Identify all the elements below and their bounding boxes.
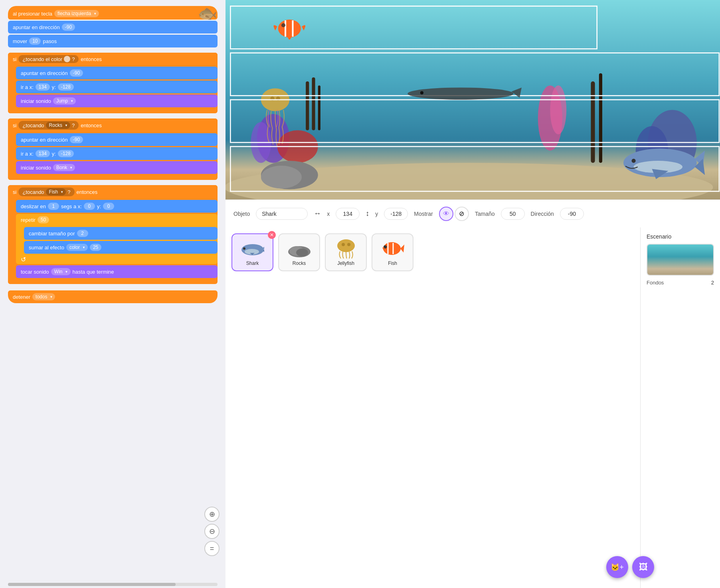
scenario-thumbnail[interactable]: [647, 244, 714, 276]
direccion-value[interactable]: -90: [560, 208, 584, 220]
touching-color-condition[interactable]: ¿tocando el color ?: [18, 55, 79, 63]
block-group-movement: al presionar tecla flecha izquierda apun…: [8, 6, 218, 47]
add-sprite-icon: 🐱+: [611, 563, 624, 572]
repeat-arrow: ↺: [16, 255, 218, 264]
y-axis-icon: ↕: [366, 209, 369, 218]
repeat-value[interactable]: 50: [38, 216, 49, 223]
block-move[interactable]: mover 10 pasos: [8, 35, 218, 47]
tamano-label: Tamaño: [475, 211, 495, 217]
stop-dropdown[interactable]: todos: [32, 293, 55, 300]
block-goto-2[interactable]: ir a x: 134 y: -128: [16, 147, 218, 160]
sprite-name-input[interactable]: [256, 208, 308, 220]
zoom-in-button[interactable]: ⊕: [204, 507, 220, 522]
block-change-size[interactable]: cambiar tamaño por 2: [24, 227, 218, 240]
sound-dropdown-2[interactable]: Bonk: [53, 164, 75, 171]
direction-value-1[interactable]: -90: [62, 24, 75, 31]
block-glide[interactable]: deslizar en 1 segs a x: 0 y: 0: [16, 200, 218, 213]
show-toggle-group: 👁 ⊘: [439, 207, 469, 221]
effect-value[interactable]: 25: [90, 244, 101, 251]
zoom-in-icon: ⊕: [209, 510, 215, 519]
add-scene-button[interactable]: 🖼: [632, 556, 654, 578]
block-play-sound-until-done[interactable]: tocar sonido Win hasta que termine: [16, 265, 218, 278]
size-value[interactable]: 2: [77, 230, 88, 237]
goto-y-1[interactable]: -128: [58, 83, 74, 91]
svg-rect-5: [318, 85, 320, 130]
sprite-item-jellyfish[interactable]: Jellyfish: [325, 233, 367, 271]
fondos-row: Fondos 2: [647, 280, 714, 286]
sound-dropdown-3[interactable]: Win: [51, 268, 71, 275]
glide-y[interactable]: 0: [103, 203, 114, 210]
if-footer-color: [8, 109, 24, 113]
if-header-fish[interactable]: si ¿tocando Fish ? entonces: [8, 185, 218, 199]
glide-secs[interactable]: 1: [48, 203, 59, 210]
sprite-list: ✕ Shark: [225, 227, 640, 588]
block-key-press[interactable]: al presionar tecla flecha izquierda: [8, 6, 218, 20]
svg-point-30: [407, 87, 513, 100]
touching-rocks-condition[interactable]: ¿tocando Rocks ?: [18, 121, 79, 130]
goto-y-2[interactable]: -128: [58, 150, 74, 157]
zoom-reset-button[interactable]: =: [204, 541, 220, 556]
block-goto-1[interactable]: ir a x: 134 y: -128: [16, 81, 218, 93]
goto-x-1[interactable]: 134: [36, 83, 50, 91]
show-visible-button[interactable]: 👁: [439, 207, 453, 221]
decorative-fish: 🐟: [198, 4, 218, 23]
direction-value-2[interactable]: -90: [70, 69, 83, 77]
sprite-panel: ✕ Shark: [225, 227, 720, 588]
add-sprite-button[interactable]: 🐱+: [606, 556, 628, 578]
key-dropdown[interactable]: flecha izquierda: [54, 10, 99, 17]
svg-point-34: [243, 247, 245, 250]
if-header-color[interactable]: si ¿tocando el color ? entonces: [8, 53, 218, 65]
block-suffix: pasos: [43, 38, 57, 44]
svg-point-41: [383, 242, 401, 255]
svg-point-39: [342, 243, 345, 246]
svg-point-40: [347, 243, 350, 246]
scrollbar-thumb: [8, 583, 176, 586]
zoom-out-button[interactable]: ⊖: [204, 524, 220, 539]
stage-background: [225, 0, 720, 199]
block-label: apuntar en dirección: [13, 24, 60, 30]
code-panel: al presionar tecla flecha izquierda apun…: [0, 0, 225, 588]
svg-point-38: [337, 239, 355, 252]
block-point-direction-1[interactable]: apuntar en dirección -90: [8, 21, 218, 34]
if-header-rocks[interactable]: si ¿tocando Rocks ? entonces: [8, 118, 218, 132]
rocks-sprite-name: Rocks: [293, 260, 306, 266]
fish-sprite-image: [381, 239, 405, 258]
block-stop[interactable]: detener todos: [8, 290, 218, 303]
svg-point-16: [278, 20, 301, 37]
sprite-item-shark[interactable]: ✕ Shark: [231, 233, 273, 271]
if-body-color: apuntar en dirección -90 ir a x: 134 y: …: [16, 65, 218, 109]
sprite-item-rocks[interactable]: Rocks: [278, 233, 320, 271]
tamano-value[interactable]: 50: [501, 208, 525, 220]
touching-fish-condition[interactable]: ¿tocando Fish ?: [18, 187, 74, 196]
direction-value-3[interactable]: -90: [70, 136, 83, 143]
block-point-direction-3[interactable]: apuntar en dirección -90: [16, 133, 218, 146]
x-label: x: [327, 211, 330, 217]
code-area: al presionar tecla flecha izquierda apun…: [0, 0, 225, 581]
rocks-dropdown[interactable]: Rocks: [46, 122, 70, 129]
code-scrollbar-h[interactable]: [8, 583, 218, 586]
fish-sprite-name: Fish: [388, 260, 397, 266]
x-value[interactable]: 134: [336, 208, 360, 220]
goto-x-2[interactable]: 134: [36, 150, 50, 157]
sprite-item-fish[interactable]: Fish: [372, 233, 413, 271]
block-play-sound-2[interactable]: iniciar sonido Bonk: [16, 161, 218, 174]
svg-rect-12: [599, 73, 602, 163]
block-point-direction-2[interactable]: apuntar en dirección -90: [16, 67, 218, 79]
svg-rect-11: [591, 81, 595, 163]
zoom-reset-icon: =: [210, 545, 214, 553]
add-scene-icon: 🖼: [639, 562, 648, 572]
sprite-delete-shark[interactable]: ✕: [268, 231, 276, 239]
block-change-effect[interactable]: sumar al efecto color 25: [24, 241, 218, 254]
eye-open-icon: 👁: [443, 210, 449, 217]
shark-sprite-name: Shark: [246, 260, 259, 266]
show-hidden-button[interactable]: ⊘: [455, 207, 469, 221]
repeat-header[interactable]: repetir 50: [16, 214, 218, 226]
block-play-sound-1[interactable]: iniciar sonido Jump: [16, 95, 218, 107]
move-value[interactable]: 10: [29, 37, 41, 45]
y-value[interactable]: -128: [384, 208, 408, 220]
sound-dropdown-1[interactable]: Jump: [53, 97, 76, 105]
fish-dropdown[interactable]: Fish: [46, 188, 66, 195]
scenario-title: Escenario: [647, 233, 714, 240]
glide-x[interactable]: 0: [84, 203, 95, 210]
effect-dropdown[interactable]: color: [66, 244, 88, 251]
